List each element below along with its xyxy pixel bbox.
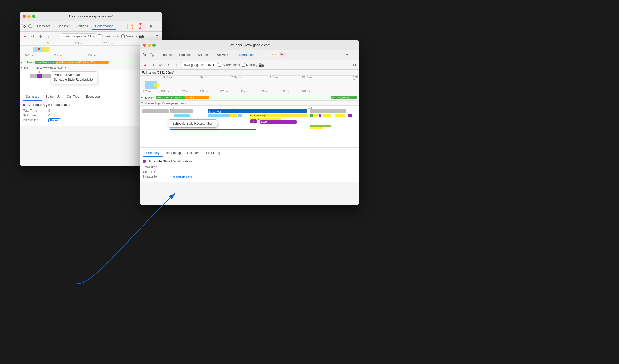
settings-icon-2[interactable]: ⚙ <box>344 52 350 58</box>
inspect-icon-2[interactable] <box>142 52 148 58</box>
settings2-icon-2[interactable]: ⚙ <box>351 62 357 68</box>
svg-point-0 <box>22 24 23 25</box>
yellow-bar-1 <box>310 127 323 129</box>
tab-sources-2[interactable]: Sources <box>195 52 213 58</box>
google-cv-bar: google.cv <box>250 118 281 120</box>
calltree-tab-1[interactable]: Call Tree <box>64 93 83 101</box>
inspect-icon-1[interactable] <box>22 24 27 29</box>
mark-171: 171 ms <box>54 54 62 57</box>
minimize-button-1[interactable] <box>27 15 31 18</box>
device-icon-2[interactable] <box>149 52 154 58</box>
mark-2997: 2997 ms <box>231 76 241 79</box>
yellow-small-3 <box>335 114 345 117</box>
gray-task-2 <box>170 109 193 113</box>
svg-rect-1 <box>29 25 31 27</box>
close-button-1[interactable] <box>23 15 26 18</box>
memory-checkbox-2[interactable] <box>242 63 245 67</box>
settings-icon-1[interactable]: ⚙ <box>148 23 153 30</box>
schedule-style-bar-1[interactable] <box>37 74 42 78</box>
full-range-label: Full range (5342.99ms) <box>140 70 359 76</box>
tab-console-2[interactable]: Console <box>176 52 194 58</box>
screenshots-checkbox-1[interactable] <box>98 34 101 38</box>
total-time-row-2: Total Time 0 <box>143 165 356 169</box>
initiator-row-2: Initiator for Recalculate Style <box>143 175 356 179</box>
gray-task-1 <box>142 109 169 113</box>
traffic-lights-2 <box>143 44 156 47</box>
mark-147: 147 ms <box>142 90 151 93</box>
title-bar-2: DevTools - www.google.com/ <box>140 40 359 50</box>
network-label-2: ▶ Network <box>140 96 155 99</box>
svg-rect-4 <box>150 53 152 56</box>
tab-performance-1[interactable]: Performance <box>92 23 116 30</box>
e-bar: E... <box>229 114 237 117</box>
mark-997: 997 ms <box>163 76 172 79</box>
sep-1 <box>127 24 128 29</box>
tab-elements-1[interactable]: Elements <box>34 23 53 30</box>
bottomup-tab-2[interactable]: Bottom-Up <box>163 150 184 157</box>
mark-172: 172 ms <box>239 90 248 93</box>
mini-timeline-2: 997 ms 1997 ms 2997 ms 3997 ms 4997 ms C… <box>140 76 359 90</box>
mark-2996: 2996 ms <box>103 42 113 45</box>
summary-tabs-2: Summary Bottom-Up Call Tree Event Log <box>143 150 356 157</box>
mark-4997: 4997 ms <box>302 76 312 79</box>
maximize-button-2[interactable] <box>152 44 156 47</box>
eventlog-tab-1[interactable]: Event Log <box>83 93 103 101</box>
url-selector-2[interactable]: www.google.com #2 ▾ <box>181 62 216 68</box>
screenshots-checkbox-2[interactable] <box>218 63 221 67</box>
reload-icon-1[interactable]: ↺ <box>30 33 36 39</box>
summary-title-1: Schedule Style Recalculation <box>23 103 159 107</box>
memory-checkbox-1[interactable] <box>121 34 125 38</box>
summary-tab-1[interactable]: Summary <box>23 93 42 101</box>
record-icon-1[interactable]: ● <box>22 33 28 39</box>
mark-176: 176 ms <box>88 54 96 57</box>
tab-elements-2[interactable]: Elements <box>156 52 175 58</box>
device-icon-1[interactable] <box>28 24 33 29</box>
detail-ruler-2: 147 ms 152 ms 157 ms 162 ms 167 ms 172 m… <box>140 90 359 95</box>
tab-performance-2[interactable]: Performance <box>232 52 257 58</box>
network-bar-2c: gen_204 (www.g <box>331 96 357 99</box>
tab-sources-1[interactable]: Sources <box>73 23 91 30</box>
screenshots-toggle-2[interactable]: Screenshots <box>218 63 240 67</box>
tab-network-2[interactable]: Network <box>214 52 231 58</box>
yellow-small-1 <box>314 114 318 117</box>
clear-icon-1[interactable]: ⊘ <box>37 33 44 39</box>
url-text-1: www.google.com #1 <box>63 34 91 38</box>
mark-167: 167 ms <box>220 90 228 93</box>
summary-tab-2[interactable]: Summary <box>143 150 163 157</box>
menu-icon-2[interactable]: ⋮ <box>351 52 357 58</box>
tab-more-1[interactable]: » <box>117 23 125 30</box>
upload-icon-1[interactable]: ↑ <box>45 33 51 39</box>
download-icon-2[interactable]: ↓ <box>173 62 180 68</box>
download-icon-1[interactable]: ↓ <box>53 33 59 39</box>
clear-icon-2[interactable]: ⊘ <box>158 62 164 68</box>
close-button-2[interactable] <box>143 44 146 47</box>
calltree-tab-2[interactable]: Call Tree <box>184 150 203 157</box>
record-icon-2[interactable]: ● <box>142 62 148 68</box>
err-badge-2: 🚩 2 <box>279 53 288 57</box>
recalculate-link-2[interactable]: Recalculate Style <box>169 175 194 179</box>
window-title-2: DevTools - www.google.com/ <box>228 43 272 47</box>
window-title-1: DevTools - www.google.com/ <box>69 14 113 18</box>
tab-console-1[interactable]: Console <box>54 23 72 30</box>
reveal-link-1[interactable]: Reveal <box>48 118 61 122</box>
camera-icon-2[interactable]: 📷 <box>259 62 264 67</box>
minimize-button-2[interactable] <box>148 44 151 47</box>
purple-small-2 <box>348 114 352 117</box>
memory-toggle-1[interactable]: Memory <box>121 34 137 38</box>
url-text-2: www.google.com #2 <box>184 63 211 67</box>
menu-icon-1[interactable]: ⋮ <box>154 23 160 30</box>
eventlog-tab-2[interactable]: Event Log <box>203 150 223 157</box>
settings2-icon-1[interactable]: ⚙ <box>154 33 160 39</box>
small-blue-2 <box>238 114 242 117</box>
tab-more-2[interactable]: » <box>258 52 266 58</box>
evaluate-script-bar: Evaluate Script <box>250 114 307 117</box>
bottomup-tab-1[interactable]: Bottom-Up <box>42 93 64 101</box>
memory-toggle-2[interactable]: Memory <box>242 63 257 67</box>
reload-icon-2[interactable]: ↺ <box>150 62 156 68</box>
url-selector-1[interactable]: www.google.com #1 ▾ <box>61 33 96 39</box>
maximize-button-1[interactable] <box>32 15 35 18</box>
screenshots-toggle-1[interactable]: Screenshots <box>98 34 120 38</box>
warn-badge-2: ⚠ 4 <box>270 53 278 57</box>
upload-icon-2[interactable]: ↑ <box>165 62 172 68</box>
camera-icon-1[interactable]: 📷 <box>139 34 144 39</box>
